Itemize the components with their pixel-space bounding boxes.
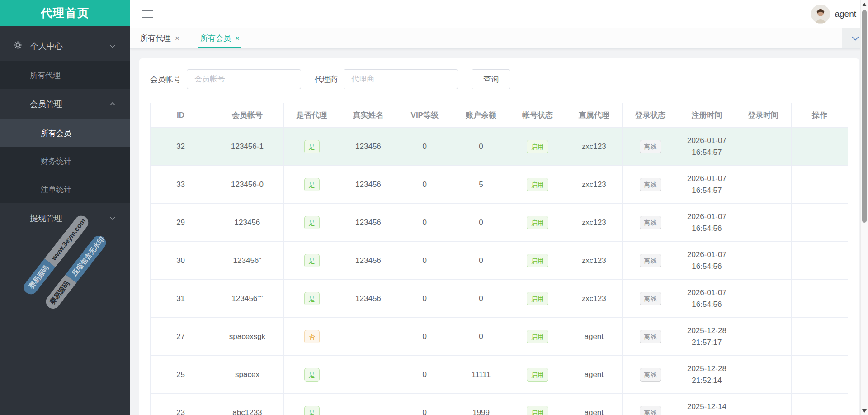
scrollbar-thumb[interactable] [862, 10, 867, 223]
tab-all-agents[interactable]: 所有代理 × [140, 28, 179, 48]
cell-login-state: 离线 [622, 204, 679, 242]
cell-parent-agent: agent [566, 356, 622, 394]
cell-register-time: 2025-12-2821:57:17 [679, 318, 735, 356]
status-badge: 启用 [527, 178, 548, 191]
cell-id: 30 [151, 242, 211, 280]
scroll-down-arrow-icon[interactable] [862, 409, 867, 413]
tab-label: 所有会员 [200, 33, 231, 43]
cell-account: spacex [211, 356, 283, 394]
cell-login-time [735, 394, 792, 415]
cell-parent-agent: zxc123 [566, 128, 622, 166]
table-row[interactable]: 33123456-0是12345605启用zxc123离线2026-01-071… [151, 166, 848, 204]
chevron-down-icon [852, 34, 859, 43]
status-badge: 离线 [640, 292, 661, 305]
sidebar-item-bet-stats[interactable]: 注单统计 [0, 175, 130, 203]
status-badge: 启用 [527, 140, 548, 153]
scroll-up-arrow-icon[interactable] [862, 3, 867, 6]
table-row[interactable]: 31123456""是12345600启用zxc123离线2026-01-071… [151, 280, 848, 318]
scrollbar[interactable] [860, 0, 868, 415]
table-row[interactable]: 27spacexsgk否00启用agent离线2025-12-2821:57:1… [151, 318, 848, 356]
cell-register-time: 2026-01-0716:54:56 [679, 204, 735, 242]
cell-parent-agent: agent [566, 394, 622, 415]
cell-actions [792, 166, 848, 204]
column-header: 登录状态 [622, 103, 679, 128]
column-header: 账户余额 [453, 103, 509, 128]
cell-id: 33 [151, 166, 211, 204]
member-account-input[interactable] [187, 69, 301, 89]
status-badge: 否 [304, 330, 320, 343]
cell-login-time [735, 204, 792, 242]
hamburger-icon[interactable] [142, 8, 153, 20]
table-row[interactable]: 30123456"是12345600启用zxc123离线2026-01-0716… [151, 242, 848, 280]
avatar[interactable] [811, 5, 830, 24]
sidebar-item-all-agents[interactable]: 所有代理 [0, 61, 130, 89]
cell-login-time [735, 280, 792, 318]
chevron-down-icon [109, 44, 116, 48]
cell-login-state: 离线 [622, 166, 679, 204]
sidebar-item-label: 所有会员 [41, 128, 71, 138]
cell-is-agent: 是 [283, 242, 340, 280]
sidebar: 代理首页 个人中心 所有代理 [0, 0, 130, 415]
table-row[interactable]: 23abc1233是01999启用agent离线2025-12-1413:07:… [151, 394, 848, 415]
cell-id: 25 [151, 356, 211, 394]
cell-account: spacexsgk [211, 318, 283, 356]
agent-input[interactable] [344, 69, 458, 89]
query-button[interactable]: 查询 [472, 69, 510, 89]
sidebar-item-label: 注单统计 [41, 184, 71, 195]
cell-real-name [340, 318, 396, 356]
watermark-ribbon: 赛易源码 压缩包含无水印图 [43, 233, 108, 312]
cell-account-status: 启用 [509, 394, 566, 415]
close-icon[interactable]: × [175, 34, 179, 43]
cell-login-state: 离线 [622, 394, 679, 415]
sidebar-item-finance-stats[interactable]: 财务统计 [0, 147, 130, 175]
cell-is-agent: 是 [283, 280, 340, 318]
cell-real-name: 123456 [340, 128, 396, 166]
cell-real-name [340, 356, 396, 394]
cell-login-time [735, 166, 792, 204]
watermark-text: 赛易源码 [21, 258, 56, 297]
column-header: 直属代理 [566, 103, 622, 128]
status-badge: 是 [304, 178, 320, 191]
cell-vip-level: 0 [396, 280, 453, 318]
cell-actions [792, 356, 848, 394]
active-tab-underline [198, 47, 241, 48]
filter-bar: 会员帐号 代理商 查询 [150, 69, 848, 89]
table-row[interactable]: 25spacex是011111启用agent离线2025-12-2821:52:… [151, 356, 848, 394]
cell-actions [792, 204, 848, 242]
cell-account: 123456 [211, 204, 283, 242]
cell-login-state: 离线 [622, 280, 679, 318]
user-menu[interactable]: agent [811, 5, 856, 24]
column-header: 是否代理 [283, 103, 340, 128]
column-header: 注册时间 [679, 103, 735, 128]
status-badge: 是 [304, 292, 320, 305]
cell-id: 23 [151, 394, 211, 415]
cell-real-name: 123456 [340, 280, 396, 318]
cell-is-agent: 否 [283, 318, 340, 356]
cell-real-name: 123456 [340, 242, 396, 280]
sidebar-item-all-members[interactable]: 所有会员 [0, 119, 130, 147]
agent-label: 代理商 [315, 74, 338, 85]
sidebar-item-personal-center[interactable]: 个人中心 [0, 31, 130, 61]
cell-real-name: 123456 [340, 166, 396, 204]
cell-balance: 11111 [453, 356, 509, 394]
table-row[interactable]: 29123456是12345600启用zxc123离线2026-01-0716:… [151, 204, 848, 242]
cell-vip-level: 0 [396, 356, 453, 394]
sidebar-item-withdraw-management[interactable]: 提现管理 [0, 203, 130, 233]
status-badge: 启用 [527, 216, 548, 229]
cell-is-agent: 是 [283, 394, 340, 415]
cell-is-agent: 是 [283, 204, 340, 242]
cell-login-time [735, 318, 792, 356]
close-icon[interactable]: × [235, 34, 240, 43]
watermark-text: 赛易源码 [43, 274, 76, 311]
cell-vip-level: 0 [396, 204, 453, 242]
cell-register-time: 2026-01-0716:54:56 [679, 242, 735, 280]
status-badge: 是 [304, 254, 320, 267]
tab-all-members[interactable]: 所有会员 × [200, 28, 240, 48]
table-row[interactable]: 32123456-1是12345600启用zxc123离线2026-01-071… [151, 128, 848, 166]
cell-register-time: 2025-12-2821:52:14 [679, 356, 735, 394]
cell-login-state: 离线 [622, 318, 679, 356]
content-card: 会员帐号 代理商 查询 ID会员帐号是否代理真实姓名VIP等级账户余额帐号状态直… [139, 58, 859, 415]
sidebar-item-member-management[interactable]: 会员管理 [0, 89, 130, 119]
status-badge: 启用 [527, 406, 548, 415]
cell-register-time: 2026-01-0716:54:56 [679, 280, 735, 318]
